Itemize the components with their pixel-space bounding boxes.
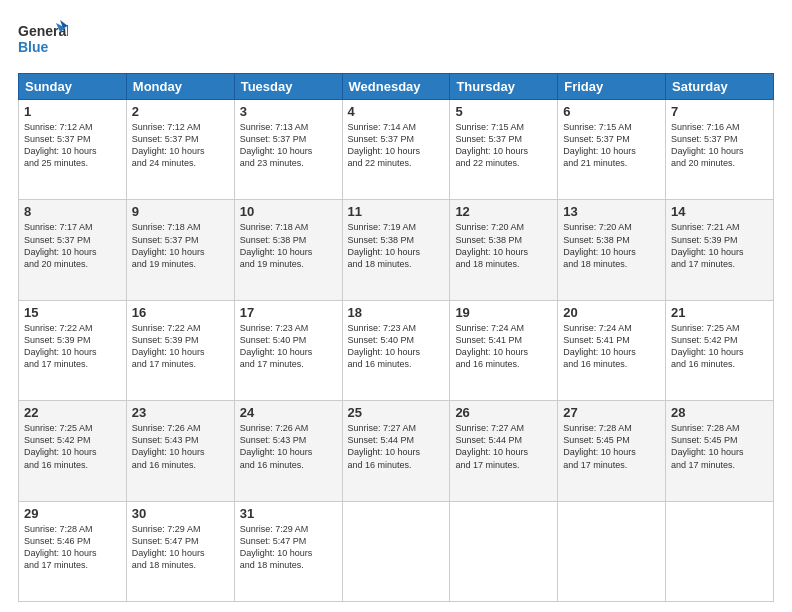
day-info: Sunrise: 7:19 AM Sunset: 5:38 PM Dayligh…	[348, 221, 445, 270]
calendar-empty	[342, 501, 450, 601]
day-info: Sunrise: 7:27 AM Sunset: 5:44 PM Dayligh…	[455, 422, 552, 471]
day-info: Sunrise: 7:14 AM Sunset: 5:37 PM Dayligh…	[348, 121, 445, 170]
calendar-week-4: 22Sunrise: 7:25 AM Sunset: 5:42 PM Dayli…	[19, 401, 774, 501]
day-info: Sunrise: 7:28 AM Sunset: 5:46 PM Dayligh…	[24, 523, 121, 572]
day-info: Sunrise: 7:20 AM Sunset: 5:38 PM Dayligh…	[455, 221, 552, 270]
calendar-day-21: 21Sunrise: 7:25 AM Sunset: 5:42 PM Dayli…	[666, 300, 774, 400]
day-number: 31	[240, 506, 337, 521]
day-info: Sunrise: 7:20 AM Sunset: 5:38 PM Dayligh…	[563, 221, 660, 270]
calendar-day-2: 2Sunrise: 7:12 AM Sunset: 5:37 PM Daylig…	[126, 100, 234, 200]
calendar-day-20: 20Sunrise: 7:24 AM Sunset: 5:41 PM Dayli…	[558, 300, 666, 400]
calendar-header-sunday: Sunday	[19, 74, 127, 100]
logo-svg: General Blue	[18, 18, 68, 63]
day-number: 3	[240, 104, 337, 119]
day-number: 23	[132, 405, 229, 420]
calendar-day-4: 4Sunrise: 7:14 AM Sunset: 5:37 PM Daylig…	[342, 100, 450, 200]
day-info: Sunrise: 7:17 AM Sunset: 5:37 PM Dayligh…	[24, 221, 121, 270]
day-info: Sunrise: 7:13 AM Sunset: 5:37 PM Dayligh…	[240, 121, 337, 170]
day-number: 22	[24, 405, 121, 420]
day-number: 8	[24, 204, 121, 219]
calendar-day-23: 23Sunrise: 7:26 AM Sunset: 5:43 PM Dayli…	[126, 401, 234, 501]
day-number: 28	[671, 405, 768, 420]
day-number: 25	[348, 405, 445, 420]
day-info: Sunrise: 7:25 AM Sunset: 5:42 PM Dayligh…	[671, 322, 768, 371]
day-number: 19	[455, 305, 552, 320]
calendar-empty	[666, 501, 774, 601]
day-info: Sunrise: 7:26 AM Sunset: 5:43 PM Dayligh…	[132, 422, 229, 471]
day-info: Sunrise: 7:18 AM Sunset: 5:38 PM Dayligh…	[240, 221, 337, 270]
calendar-header-thursday: Thursday	[450, 74, 558, 100]
day-info: Sunrise: 7:26 AM Sunset: 5:43 PM Dayligh…	[240, 422, 337, 471]
calendar-day-5: 5Sunrise: 7:15 AM Sunset: 5:37 PM Daylig…	[450, 100, 558, 200]
calendar-day-22: 22Sunrise: 7:25 AM Sunset: 5:42 PM Dayli…	[19, 401, 127, 501]
calendar-day-16: 16Sunrise: 7:22 AM Sunset: 5:39 PM Dayli…	[126, 300, 234, 400]
day-number: 5	[455, 104, 552, 119]
calendar-week-5: 29Sunrise: 7:28 AM Sunset: 5:46 PM Dayli…	[19, 501, 774, 601]
calendar-header-tuesday: Tuesday	[234, 74, 342, 100]
svg-text:Blue: Blue	[18, 39, 49, 55]
day-number: 27	[563, 405, 660, 420]
day-info: Sunrise: 7:15 AM Sunset: 5:37 PM Dayligh…	[455, 121, 552, 170]
day-number: 29	[24, 506, 121, 521]
day-info: Sunrise: 7:21 AM Sunset: 5:39 PM Dayligh…	[671, 221, 768, 270]
day-info: Sunrise: 7:18 AM Sunset: 5:37 PM Dayligh…	[132, 221, 229, 270]
day-number: 16	[132, 305, 229, 320]
calendar-day-15: 15Sunrise: 7:22 AM Sunset: 5:39 PM Dayli…	[19, 300, 127, 400]
day-number: 14	[671, 204, 768, 219]
calendar-day-27: 27Sunrise: 7:28 AM Sunset: 5:45 PM Dayli…	[558, 401, 666, 501]
day-number: 13	[563, 204, 660, 219]
day-number: 17	[240, 305, 337, 320]
calendar-empty	[450, 501, 558, 601]
calendar-day-3: 3Sunrise: 7:13 AM Sunset: 5:37 PM Daylig…	[234, 100, 342, 200]
day-number: 18	[348, 305, 445, 320]
day-info: Sunrise: 7:28 AM Sunset: 5:45 PM Dayligh…	[563, 422, 660, 471]
day-number: 24	[240, 405, 337, 420]
calendar-header-monday: Monday	[126, 74, 234, 100]
day-number: 21	[671, 305, 768, 320]
day-number: 15	[24, 305, 121, 320]
day-info: Sunrise: 7:24 AM Sunset: 5:41 PM Dayligh…	[563, 322, 660, 371]
day-number: 4	[348, 104, 445, 119]
calendar-week-1: 1Sunrise: 7:12 AM Sunset: 5:37 PM Daylig…	[19, 100, 774, 200]
day-info: Sunrise: 7:28 AM Sunset: 5:45 PM Dayligh…	[671, 422, 768, 471]
calendar-day-24: 24Sunrise: 7:26 AM Sunset: 5:43 PM Dayli…	[234, 401, 342, 501]
day-number: 2	[132, 104, 229, 119]
day-info: Sunrise: 7:24 AM Sunset: 5:41 PM Dayligh…	[455, 322, 552, 371]
calendar-day-11: 11Sunrise: 7:19 AM Sunset: 5:38 PM Dayli…	[342, 200, 450, 300]
calendar-header-friday: Friday	[558, 74, 666, 100]
day-info: Sunrise: 7:25 AM Sunset: 5:42 PM Dayligh…	[24, 422, 121, 471]
calendar-day-19: 19Sunrise: 7:24 AM Sunset: 5:41 PM Dayli…	[450, 300, 558, 400]
day-info: Sunrise: 7:16 AM Sunset: 5:37 PM Dayligh…	[671, 121, 768, 170]
calendar-day-30: 30Sunrise: 7:29 AM Sunset: 5:47 PM Dayli…	[126, 501, 234, 601]
calendar-day-9: 9Sunrise: 7:18 AM Sunset: 5:37 PM Daylig…	[126, 200, 234, 300]
calendar-day-17: 17Sunrise: 7:23 AM Sunset: 5:40 PM Dayli…	[234, 300, 342, 400]
day-info: Sunrise: 7:12 AM Sunset: 5:37 PM Dayligh…	[132, 121, 229, 170]
calendar-day-14: 14Sunrise: 7:21 AM Sunset: 5:39 PM Dayli…	[666, 200, 774, 300]
day-number: 9	[132, 204, 229, 219]
calendar-day-25: 25Sunrise: 7:27 AM Sunset: 5:44 PM Dayli…	[342, 401, 450, 501]
day-info: Sunrise: 7:12 AM Sunset: 5:37 PM Dayligh…	[24, 121, 121, 170]
calendar-header-row: SundayMondayTuesdayWednesdayThursdayFrid…	[19, 74, 774, 100]
day-info: Sunrise: 7:29 AM Sunset: 5:47 PM Dayligh…	[132, 523, 229, 572]
calendar-day-8: 8Sunrise: 7:17 AM Sunset: 5:37 PM Daylig…	[19, 200, 127, 300]
day-number: 30	[132, 506, 229, 521]
calendar-day-18: 18Sunrise: 7:23 AM Sunset: 5:40 PM Dayli…	[342, 300, 450, 400]
day-number: 26	[455, 405, 552, 420]
calendar-day-31: 31Sunrise: 7:29 AM Sunset: 5:47 PM Dayli…	[234, 501, 342, 601]
calendar-day-13: 13Sunrise: 7:20 AM Sunset: 5:38 PM Dayli…	[558, 200, 666, 300]
calendar-empty	[558, 501, 666, 601]
logo: General Blue	[18, 18, 68, 63]
day-info: Sunrise: 7:22 AM Sunset: 5:39 PM Dayligh…	[132, 322, 229, 371]
calendar-week-3: 15Sunrise: 7:22 AM Sunset: 5:39 PM Dayli…	[19, 300, 774, 400]
calendar-day-28: 28Sunrise: 7:28 AM Sunset: 5:45 PM Dayli…	[666, 401, 774, 501]
day-number: 1	[24, 104, 121, 119]
day-number: 20	[563, 305, 660, 320]
day-info: Sunrise: 7:22 AM Sunset: 5:39 PM Dayligh…	[24, 322, 121, 371]
calendar-day-6: 6Sunrise: 7:15 AM Sunset: 5:37 PM Daylig…	[558, 100, 666, 200]
day-info: Sunrise: 7:29 AM Sunset: 5:47 PM Dayligh…	[240, 523, 337, 572]
calendar-table: SundayMondayTuesdayWednesdayThursdayFrid…	[18, 73, 774, 602]
calendar-header-saturday: Saturday	[666, 74, 774, 100]
calendar-day-7: 7Sunrise: 7:16 AM Sunset: 5:37 PM Daylig…	[666, 100, 774, 200]
day-number: 6	[563, 104, 660, 119]
calendar-day-1: 1Sunrise: 7:12 AM Sunset: 5:37 PM Daylig…	[19, 100, 127, 200]
